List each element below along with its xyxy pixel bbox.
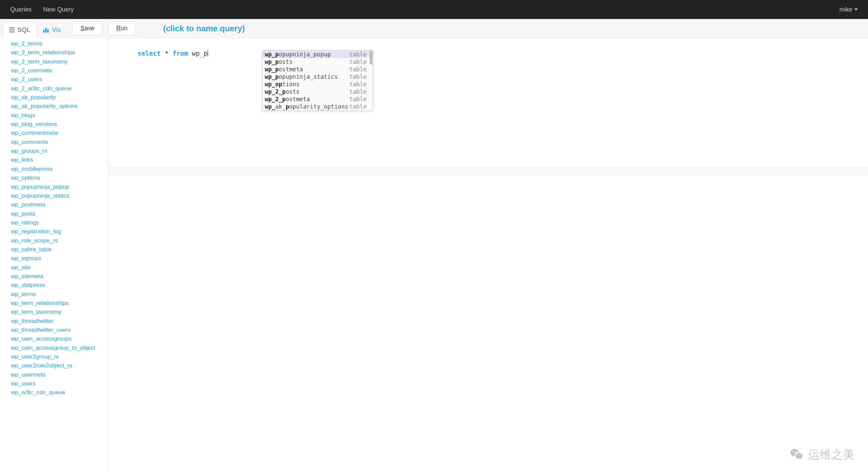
table-link[interactable]: wp_postmeta (11, 200, 108, 209)
user-menu[interactable]: mike (839, 6, 858, 13)
autocomplete-label: wp_popupninja_statics (265, 73, 338, 80)
table-link[interactable]: wp_user2group_rs (11, 352, 108, 361)
table-link[interactable]: wp_users (11, 379, 108, 388)
kw-select: select (138, 50, 161, 57)
autocomplete-type: table (349, 66, 367, 73)
table-link[interactable]: wp_popupninja_popup (11, 183, 108, 192)
top-nav: Queries New Query mike (0, 0, 868, 19)
table-link[interactable]: wp_2_terms (11, 39, 108, 48)
table-link[interactable]: wp_2_w3tc_cdn_queue (11, 84, 108, 93)
run-underline: R (116, 25, 121, 32)
table-link[interactable]: wp_registration_log (11, 227, 108, 236)
autocomplete-item[interactable]: wp_ak_popularity_optionstable (263, 103, 373, 110)
kw-from: from (173, 50, 188, 57)
save-underline: S (81, 25, 85, 32)
caret-down-icon (854, 8, 858, 11)
autocomplete-type: table (349, 103, 367, 110)
nav-queries[interactable]: Queries (10, 6, 32, 13)
table-link[interactable]: wp_ak_popularity (11, 93, 108, 102)
autocomplete-type: table (349, 81, 367, 88)
table-link[interactable]: wp_2_users (11, 75, 108, 84)
table-link[interactable]: wp_uam_accessgroup_to_object (11, 344, 108, 352)
table-link[interactable]: wp_posts (11, 210, 108, 218)
table-link[interactable]: wp_links (11, 156, 108, 164)
autocomplete-item[interactable]: wp_postmetatable (263, 66, 373, 73)
autocomplete-label: wp_options (265, 81, 299, 88)
autocomplete-item[interactable]: wp_2_poststable (263, 88, 373, 95)
table-link[interactable]: wp_2_term_relationships (11, 48, 108, 57)
autocomplete-scrollbar[interactable] (370, 51, 372, 65)
sql-typed: wp_p (192, 50, 208, 57)
autocomplete-label: wp_2_postmeta (265, 96, 310, 103)
autocomplete-item[interactable]: wp_popupninja_staticstable (263, 73, 373, 80)
schema-sidebar[interactable]: wp_2_termswp_2_term_relationshipswp_2_te… (0, 38, 109, 472)
sql-line-1: select * from wp_p (114, 42, 863, 65)
autocomplete-type: table (349, 58, 367, 65)
autocomplete-popup[interactable]: wp_popupninja_popuptablewp_poststablewp_… (262, 50, 373, 111)
table-link[interactable]: wp_role_scope_rs (11, 236, 108, 245)
table-link[interactable]: wp_w3tc_cdn_queue (11, 388, 108, 397)
chart-icon (43, 27, 49, 33)
user-name: mike (839, 6, 852, 13)
toolbar: SQL Vis Save Run (click to name query) (0, 19, 868, 38)
sql-editor[interactable]: select * from wp_p wp_popupninja_popupta… (109, 38, 868, 472)
tab-sql-label: SQL (17, 26, 30, 34)
table-link[interactable]: wp_popupninja_statics (11, 192, 108, 200)
list-icon (9, 28, 15, 32)
text-cursor (208, 50, 208, 57)
table-link[interactable]: wp_site (11, 263, 108, 272)
save-button[interactable]: Save (72, 22, 103, 35)
table-link[interactable]: wp_2_usermeta (11, 66, 108, 75)
table-link[interactable]: wp_blog_versions (11, 120, 108, 129)
table-link[interactable]: wp_options (11, 174, 108, 182)
autocomplete-type: table (349, 51, 367, 58)
autocomplete-label: wp_postmeta (265, 66, 303, 73)
table-link[interactable]: wp_statpress (11, 281, 108, 290)
table-link[interactable]: wp_uam_accessgroups (11, 334, 108, 343)
table-link[interactable]: wp_groups_rs (11, 147, 108, 156)
query-name[interactable]: (click to name query) (163, 24, 245, 33)
autocomplete-label: wp_ak_popularity_options (265, 103, 348, 110)
autocomplete-item[interactable]: wp_2_postmetatable (263, 95, 373, 103)
autocomplete-type: table (349, 88, 367, 95)
table-link[interactable]: wp_ratings (11, 218, 108, 227)
pane-divider[interactable] (109, 167, 868, 175)
autocomplete-item[interactable]: wp_poststable (263, 58, 373, 66)
table-link[interactable]: wp_term_taxonomy (11, 308, 108, 316)
table-link[interactable]: wp_signups (11, 254, 108, 263)
autocomplete-item[interactable]: wp_optionstable (263, 80, 373, 88)
autocomplete-label: wp_posts (265, 58, 293, 65)
table-link[interactable]: wp_user2role2object_rs (11, 361, 108, 370)
main: wp_2_termswp_2_term_relationshipswp_2_te… (0, 38, 868, 472)
table-link[interactable]: wp_2_term_taxonomy (11, 57, 108, 66)
table-link[interactable]: wp_blogs (11, 111, 108, 120)
sql-star: * (165, 50, 169, 57)
table-link[interactable]: wp_sitemeta (11, 272, 108, 281)
run-button[interactable]: Run (108, 22, 136, 35)
nav-new-query[interactable]: New Query (43, 6, 74, 13)
autocomplete-label: wp_popupninja_popup (265, 51, 331, 58)
save-rest: ave (85, 25, 94, 32)
table-link[interactable]: wp_comments (11, 138, 108, 147)
table-link[interactable]: wp_usermeta (11, 370, 108, 379)
table-link[interactable]: wp_term_relationships (11, 299, 108, 308)
tab-vis-label: Vis (52, 26, 61, 34)
tab-vis[interactable]: Vis (37, 22, 67, 38)
autocomplete-type: table (349, 96, 367, 103)
table-link[interactable]: wp_ak_popularity_options (11, 102, 108, 111)
table-link[interactable]: wp_threadtwitter_users (11, 326, 108, 334)
table-link[interactable]: wp_sabre_table (11, 245, 108, 254)
table-link[interactable]: wp_terms (11, 290, 108, 299)
autocomplete-label: wp_2_posts (265, 88, 299, 95)
table-link[interactable]: wp_mobilepress (11, 165, 108, 174)
tab-sql[interactable]: SQL (3, 22, 37, 38)
table-link[interactable]: wp_commentmeta (11, 129, 108, 138)
autocomplete-type: table (349, 73, 367, 80)
autocomplete-item[interactable]: wp_popupninja_popuptable (263, 51, 373, 58)
run-rest: un (121, 25, 127, 32)
table-link[interactable]: wp_threadtwitter (11, 317, 108, 326)
nav-left: Queries New Query (10, 6, 74, 13)
